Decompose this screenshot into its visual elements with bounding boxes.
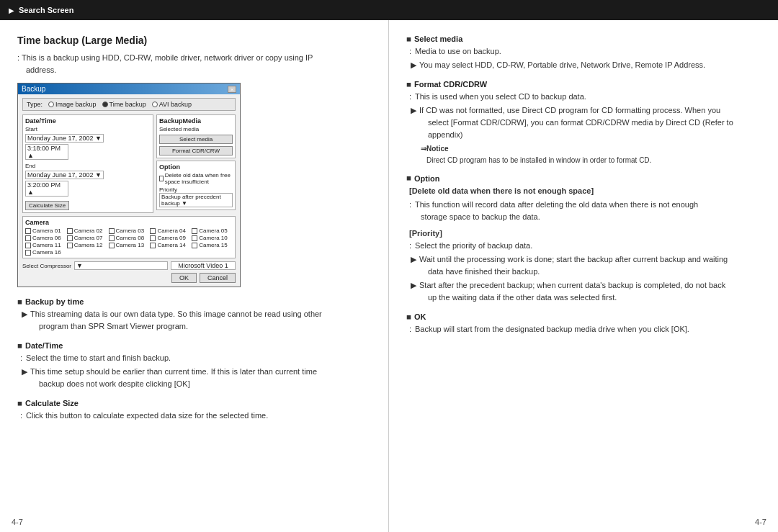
camera-10[interactable]: Camera 10 [192, 235, 233, 241]
dialog-right-section: BackupMedia Selected media Select media … [156, 114, 236, 213]
camera-15[interactable]: Camera 15 [192, 242, 233, 248]
backup-by-time-body: ▶ This streaming data is our own data ty… [20, 308, 371, 333]
start-date[interactable]: Monday June 17, 2002 ▼ [25, 134, 104, 143]
delete-old-data-checkbox[interactable]: Delete old data when free space insuffic… [159, 172, 233, 185]
format-cdr-body: : This is used when you select CD to bac… [409, 91, 761, 166]
camera-06[interactable]: Camera 06 [25, 235, 66, 241]
compressor-value: Microsoft Video 1 [171, 261, 236, 270]
camera-05[interactable]: Camera 05 [192, 227, 233, 234]
select-media-btn[interactable]: Select media [159, 135, 233, 144]
datetime-text-1: Select the time to start and finish back… [26, 352, 171, 364]
calculate-size-section: Calculate Size : Click this button to ca… [17, 399, 371, 422]
ok-colon: : Backup will start from the designated … [409, 323, 761, 335]
camera-grid: Camera 01 Camera 02 Camera 03 Camera 04 … [25, 227, 233, 256]
select-media-arrow-text: You may select HDD, CD-RW, Portable driv… [419, 59, 705, 71]
dialog-cancel-btn[interactable]: Cancel [200, 273, 236, 283]
format-cdr-arrow-text: If CD was not formatted, use Direct CD p… [419, 104, 733, 141]
radio-time-backup[interactable]: Time backup [102, 101, 146, 108]
backup-arrow-text: This streaming data is our own data type… [30, 308, 322, 333]
dialog-close-btn[interactable]: × [228, 86, 236, 93]
priority-colon: : Select the priority of backup data. [409, 240, 761, 252]
arrow-pr2: ▶ [411, 279, 419, 304]
chapter-icon: ▶ [9, 6, 14, 14]
checkbox-icon [159, 176, 164, 181]
option-label: Option [159, 163, 233, 171]
camera-02[interactable]: Camera 02 [67, 227, 108, 234]
dialog-body: Type: Image backup Time backup AVI backu… [18, 94, 240, 287]
priority-row: Priority [159, 186, 233, 193]
camera-09[interactable]: Camera 09 [150, 235, 191, 241]
delete-old-subsection-label: [Delete old data when there is not enoug… [409, 185, 761, 197]
colon-sm: : [409, 45, 415, 58]
arrow-icon-1: ▶ [22, 308, 30, 333]
calc-colon-1: : Click this button to calculate expecte… [20, 410, 371, 422]
notice-box: ⇒Notice Direct CD program has to be inst… [421, 143, 761, 166]
camera-11[interactable]: Camera 11 [25, 242, 66, 248]
start-time[interactable]: 3:18:00 PM ▲ [25, 144, 68, 160]
priority-arrow-text-1: Wait until the processing work is done; … [419, 253, 728, 278]
camera-04[interactable]: Camera 04 [150, 227, 191, 234]
dialog-left-section: Date/Time Start Monday June 17, 2002 ▼ 3… [22, 114, 153, 213]
colon-prefix-1: : [20, 352, 26, 364]
selected-media-label: Selected media [159, 126, 233, 132]
ok-body: : Backup will start from the designated … [409, 323, 761, 335]
select-media-body: : Media to use on backup. ▶ You may sele… [409, 45, 761, 71]
camera-07[interactable]: Camera 07 [67, 235, 108, 241]
camera-14[interactable]: Camera 14 [150, 242, 191, 248]
intro-line1: : This is a backup using HDD, CD-RW, mob… [17, 53, 313, 62]
backup-by-time-heading: Backup by time [17, 297, 371, 306]
camera-13[interactable]: Camera 13 [109, 242, 150, 248]
priority-arrow-2: ▶ Start after the precedent backup; when… [411, 279, 761, 304]
arrow-icon-dt: ▶ [22, 366, 30, 390]
radio-circle-avi [152, 102, 158, 107]
calculate-size-heading: Calculate Size [17, 399, 371, 407]
radio-avi-backup[interactable]: AVI backup [152, 101, 192, 108]
camera-16[interactable]: Camera 16 [25, 249, 66, 256]
end-date[interactable]: Monday June 17, 2002 ▼ [25, 171, 104, 179]
intro-line2: address. [26, 66, 56, 74]
ok-heading: OK [406, 312, 761, 321]
format-cdr-text: This is used when you select CD to backu… [415, 91, 586, 103]
calculate-size-btn[interactable]: Calculate Size [25, 201, 69, 210]
priority-subsection: [Priority] : Select the priority of back… [409, 227, 761, 304]
datetime-arrow-text: This time setup should be earlier than c… [30, 366, 317, 390]
radio-image-label: Image backup [55, 101, 97, 108]
radio-circle-image [48, 102, 54, 107]
camera-12[interactable]: Camera 12 [67, 242, 108, 248]
end-label: End [25, 163, 151, 169]
priority-select[interactable]: Backup after precedent backup ▼ [159, 193, 233, 207]
priority-arrow-text-2: Start after the precedent backup; when c… [419, 279, 725, 304]
date-time-heading: Date/Time [17, 341, 371, 350]
camera-08[interactable]: Camera 08 [109, 235, 150, 241]
backup-media-section: BackupMedia Selected media Select media … [156, 114, 236, 158]
radio-image-backup[interactable]: Image backup [48, 101, 97, 108]
ok-text: Backup will start from the designated ba… [415, 323, 689, 335]
type-label: Type: [27, 101, 43, 108]
option-body: [Delete old data when there is not enoug… [409, 185, 761, 304]
compressor-select[interactable]: ▼ [74, 261, 168, 270]
format-cdr-heading: Format CDR/CDRW [406, 80, 761, 89]
compressor-row: Select Compressor ▼ Microsoft Video 1 [22, 261, 236, 270]
format-cdr-btn[interactable]: Format CDR/CRW [159, 146, 233, 155]
dialog-ok-btn[interactable]: OK [171, 273, 197, 283]
option-section: Option Delete old data when free space i… [156, 161, 236, 210]
datetime-section-label: Date/Time [25, 117, 151, 125]
camera-03[interactable]: Camera 03 [109, 227, 150, 234]
header-title: Search Screen [19, 6, 73, 14]
colon-prefix-calc: : [20, 410, 26, 422]
camera-01[interactable]: Camera 01 [25, 227, 66, 234]
main-content: Time backup (Large Media) : This is a ba… [0, 20, 778, 532]
colon-fc: : [409, 91, 415, 103]
dialog-two-col: Date/Time Start Monday June 17, 2002 ▼ 3… [22, 114, 236, 213]
select-media-heading: Select media [406, 35, 761, 43]
priority-label: Priority [159, 186, 177, 193]
header-bar: ▶ Search Screen [0, 0, 778, 20]
select-media-section: Select media : Media to use on backup. ▶… [406, 35, 761, 71]
priority-arrow-1: ▶ Wait until the processing work is done… [411, 253, 761, 278]
end-time[interactable]: 3:20:00 PM ▲ [25, 181, 68, 197]
camera-section-label: Camera [25, 219, 233, 226]
radio-circle-time [102, 102, 108, 107]
radio-time-label: Time backup [109, 101, 146, 108]
radio-avi-label: AVI backup [159, 101, 192, 108]
ok-label: OK [414, 312, 426, 321]
